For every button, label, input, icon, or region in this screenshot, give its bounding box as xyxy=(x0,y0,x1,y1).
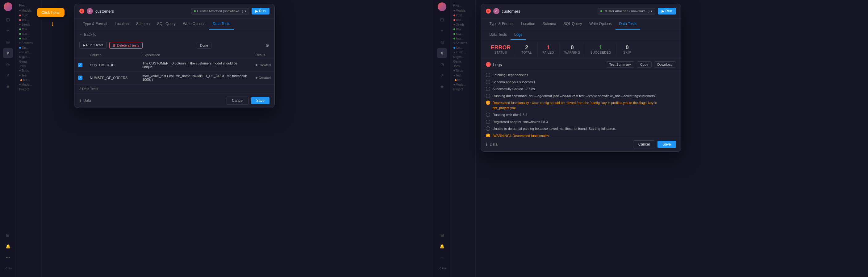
checkbox-2[interactable]: ✓ xyxy=(78,76,83,80)
sidebar-icon-branch[interactable]: ⎇ Ma xyxy=(3,264,13,273)
modal-title-right: customers xyxy=(502,9,595,13)
tree-item-seeds: ▾ Seeds xyxy=(18,22,40,27)
tree-item-functions-r: ▾ Funct... xyxy=(452,50,474,55)
done-btn[interactable]: Done xyxy=(197,42,212,49)
tab-type-format-right[interactable]: Type & Format xyxy=(486,19,518,30)
checkbox-1[interactable]: ✓ xyxy=(78,63,83,67)
tab-sql-query-left[interactable]: SQL Query xyxy=(153,19,179,30)
sidebar-icon-project[interactable]: ⊞ xyxy=(3,15,13,25)
sidebar-icon-add-r[interactable]: + xyxy=(437,26,447,36)
expectation-2: max_value_test ( column_name: NUMBER_OF_… xyxy=(138,72,252,84)
sidebar-icon-dots-r[interactable]: ••• xyxy=(437,252,447,262)
cluster-badge-right[interactable]: Cluster Attached (snowflake...) ▾ xyxy=(598,8,655,14)
sidebar-icon-bell[interactable]: 🔔 xyxy=(3,241,13,251)
download-btn[interactable]: Download xyxy=(654,61,676,68)
tab-write-options-right[interactable]: Write Options xyxy=(586,19,615,30)
modal-close-left[interactable]: × xyxy=(79,9,84,13)
sidebar-icon-dots[interactable]: ••• xyxy=(3,252,13,262)
logs-error-indicator: ! xyxy=(486,62,491,67)
run-button-right[interactable]: ▶ Run xyxy=(658,8,676,14)
tab-write-options-left[interactable]: Write Options xyxy=(179,19,209,30)
save-btn-right[interactable]: Save xyxy=(657,141,676,148)
footer-data-label: Data xyxy=(83,98,224,103)
sidebar-icon-bell-r[interactable]: 🔔 xyxy=(437,241,447,251)
back-nav-left[interactable]: ← Back to xyxy=(74,30,274,39)
tab-location-left[interactable]: Location xyxy=(111,19,132,30)
tree-item-raw2: raw... xyxy=(18,31,40,36)
cancel-btn-left[interactable]: Cancel xyxy=(226,97,248,105)
tree-item-fx-gen-r: fxgen... xyxy=(452,55,474,59)
tab-location-right[interactable]: Location xyxy=(517,19,539,30)
log-entry-8: ⚠ [WARNING]: Deprecated functionality xyxy=(481,132,681,137)
sidebar-icon-grid-r[interactable]: ⊞ xyxy=(437,230,447,240)
footer-data-label-right: Data xyxy=(490,142,631,146)
run-button-left[interactable]: ▶ Run xyxy=(252,8,270,14)
logs-title: Logs xyxy=(493,62,603,67)
tree-item-raw1: raw... xyxy=(18,27,40,31)
log-entry-6: Registered adapter: snowflake=1.8.3 xyxy=(481,118,681,126)
log-entry-7: Unable to do partial parsing because sav… xyxy=(481,125,681,132)
footer-info-icon-right: ℹ xyxy=(486,142,487,147)
modal-close-right[interactable]: × xyxy=(486,9,491,13)
test-row-1: ✓ CUSTOMER_ID The CUSTOMER_ID column in … xyxy=(74,59,274,72)
sidebar-icon-chart-r[interactable]: ↗ xyxy=(437,70,447,80)
tree-item-customers: cust... xyxy=(18,13,40,18)
sidebar-icon-clock[interactable]: ◷ xyxy=(3,59,13,69)
delete-tests-btn[interactable]: 🗑 Delete all tests xyxy=(109,42,143,49)
sub-tab-logs[interactable]: Logs xyxy=(510,30,526,40)
tooltip-arrow: ↓ xyxy=(51,20,54,28)
col-number-of-orders: NUMBER_OF_ORDERS xyxy=(86,72,131,84)
log-entry-5: Running with dbt=1.8.4 xyxy=(481,111,681,118)
copy-btn[interactable]: Copy xyxy=(637,61,652,68)
test-summary-btn[interactable]: Test Summary xyxy=(606,61,634,68)
save-btn-left[interactable]: Save xyxy=(251,97,270,104)
log-entry-0: Fetching Dependencies xyxy=(481,72,681,79)
sidebar-icon-project-r[interactable]: ⊞ xyxy=(437,15,447,25)
tab-data-tests-right[interactable]: Data Tests xyxy=(616,19,640,30)
sidebar-icon-search-r[interactable]: ◎ xyxy=(437,37,447,47)
tree-item-functions: ▾ Funct... xyxy=(18,50,40,55)
sidebar-icon-chart[interactable]: ↗ xyxy=(3,70,13,80)
tree-item-test-r: ▾ Test xyxy=(452,73,474,78)
tree-item-fx-gen: fxgen... xyxy=(18,55,40,59)
tree-item-models-sub: ▾ Mode... xyxy=(18,82,40,87)
expectation-1: The CUSTOMER_ID column in the customers … xyxy=(138,59,252,72)
sidebar-icon-clock-r[interactable]: ◷ xyxy=(437,59,447,69)
modal-icon-right: c xyxy=(493,8,499,14)
sidebar-icon-branch-r[interactable]: ⎇ Ma xyxy=(437,264,447,273)
filter-icon[interactable]: ⚙ xyxy=(266,43,270,48)
tab-sql-query-right[interactable]: SQL Query xyxy=(560,19,586,30)
tree-item-un-r: Un... xyxy=(452,45,474,50)
tree-item-gems: Gems xyxy=(18,59,40,64)
test-row-2: ✓ NUMBER_OF_ORDERS max_value_test ( colu… xyxy=(74,72,274,84)
cluster-badge-left[interactable]: Cluster Attached (snowflake...) ▾ xyxy=(191,8,249,14)
sidebar-icon-diamond[interactable]: ◈ xyxy=(3,81,13,91)
test-count: 2 Data Tests xyxy=(74,84,274,93)
tree-item-fx-r-r: fx r... xyxy=(452,78,474,82)
run-tests-btn[interactable]: ▶ Run 2 tests xyxy=(79,42,107,49)
sidebar-icon-search[interactable]: ◎ xyxy=(3,37,13,47)
tree-item-un: Un... xyxy=(18,45,40,50)
tree-item-project-r: Project xyxy=(452,87,474,92)
tab-type-format-left[interactable]: Type & Format xyxy=(79,19,111,30)
cancel-btn-right[interactable]: Cancel xyxy=(633,140,655,148)
tab-data-tests-left[interactable]: Data Tests xyxy=(209,19,234,30)
sub-tab-data-tests[interactable]: Data Tests xyxy=(486,30,510,40)
tree-item-sources: ▾ Sources xyxy=(18,41,40,45)
tab-schema-right[interactable]: Schema xyxy=(539,19,560,30)
sidebar-icon-diamond-r[interactable]: ◈ xyxy=(437,81,447,91)
sidebar-icon-active[interactable]: ❋ xyxy=(3,48,13,58)
modal-title-left: customers xyxy=(95,9,189,13)
sidebar-icon-grid[interactable]: ⊞ xyxy=(3,230,13,240)
tree-item-gems-r: Gems xyxy=(452,59,474,64)
status-skip: 0 SKIP xyxy=(616,42,638,56)
col-customer-id: CUSTOMER_ID xyxy=(86,59,131,72)
tree-item-raw2-r: raw... xyxy=(452,31,474,36)
tree-item-raw3: raw... xyxy=(18,36,40,41)
status-total: 2 TOTAL xyxy=(516,42,538,56)
footer-info-icon: ℹ xyxy=(79,98,81,103)
sidebar-icon-add[interactable]: + xyxy=(3,26,13,36)
sidebar-icon-active-r[interactable]: ❋ xyxy=(437,48,447,58)
sidebar-logo-right xyxy=(438,2,446,11)
tab-schema-left[interactable]: Schema xyxy=(132,19,153,30)
